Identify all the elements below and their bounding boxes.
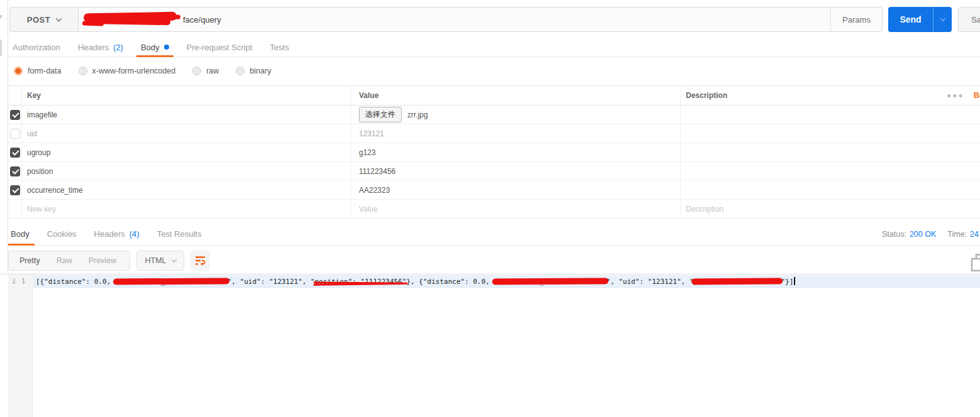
tab-label: Pre-request Script: [187, 43, 253, 52]
wrap-text-button[interactable]: [190, 251, 210, 271]
row-checkbox[interactable]: [10, 129, 20, 139]
radio-form-data[interactable]: form-data: [14, 67, 62, 75]
more-options-icon[interactable]: ●●●: [947, 91, 964, 100]
time-value: 24: [970, 230, 979, 239]
row-actions-cell: [937, 162, 980, 180]
row-checkbox[interactable]: [10, 185, 20, 195]
row-checkbox[interactable]: [10, 110, 20, 120]
new-key-field[interactable]: New key: [21, 200, 351, 218]
row-select-cell: [8, 143, 21, 161]
send-button[interactable]: Send: [888, 7, 952, 32]
value-column-header: Value: [351, 86, 680, 105]
tab-tests[interactable]: Tests: [270, 38, 289, 57]
value-field[interactable]: 111223456: [351, 162, 680, 180]
tab-body[interactable]: Body: [141, 38, 169, 57]
send-options-caret[interactable]: [933, 7, 952, 32]
value-field[interactable]: AA22323: [351, 181, 680, 199]
params-button[interactable]: Params: [830, 8, 882, 31]
row-checkbox[interactable]: [10, 148, 20, 158]
url-input[interactable]: face/query Params: [79, 7, 883, 32]
tab-authorization[interactable]: Authorization: [13, 38, 60, 57]
table-header-actions: ●●● Bulk Edit: [937, 86, 980, 105]
key-field[interactable]: uid: [21, 124, 351, 143]
radio-icon: [236, 67, 245, 75]
row-checkbox[interactable]: [10, 166, 20, 176]
tab-count-badge: (4): [129, 229, 140, 239]
body-mode-selector: form-data x-www-form-urlencoded raw bina…: [14, 63, 271, 79]
key-field[interactable]: imagefile: [21, 106, 351, 124]
radio-icon: [79, 67, 87, 75]
new-value-field[interactable]: Value: [351, 200, 680, 218]
description-field[interactable]: [680, 162, 937, 180]
copy-icon: [971, 254, 980, 273]
response-tab-headers[interactable]: Headers (4): [94, 223, 140, 245]
status-value: 200 OK: [910, 230, 936, 239]
radio-label: binary: [250, 67, 271, 75]
rest-client-app: POST face/query Params Send Save Authori…: [0, 0, 980, 417]
view-mode-preview[interactable]: Preview: [89, 256, 116, 265]
key-field[interactable]: ugroup: [21, 143, 351, 161]
select-all-column: [8, 86, 21, 105]
format-select[interactable]: HTML: [136, 251, 184, 271]
redaction-scribble: "occurrence_time": "AA22323: [115, 278, 228, 286]
description-field[interactable]: [680, 143, 937, 161]
table-header-row: Key Value Description ●●● Bulk Edit: [8, 86, 980, 106]
choose-file-button[interactable]: 选择文件: [359, 107, 402, 122]
file-name: zrr.jpg: [407, 111, 428, 119]
response-tab-test-results[interactable]: Test Results: [157, 223, 202, 245]
tab-label: Body: [141, 43, 160, 52]
redaction-scribble: "occurrence_time": "AA22323: [494, 278, 607, 286]
radio-x-www-form-urlencoded[interactable]: x-www-form-urlencoded: [79, 67, 176, 75]
response-tab-cookies[interactable]: Cookies: [47, 223, 77, 245]
description-column-header: Description: [680, 86, 937, 105]
row-actions-cell: [937, 124, 980, 143]
url-visible-text: face/query: [183, 15, 221, 24]
tab-label: Headers: [94, 229, 125, 239]
save-button[interactable]: Save: [958, 7, 980, 32]
response-text-segment: "}]: [781, 278, 793, 286]
radio-raw[interactable]: raw: [192, 67, 219, 75]
radio-binary[interactable]: binary: [236, 67, 271, 75]
tab-label: Headers: [78, 43, 109, 52]
text-cursor: [794, 277, 795, 285]
body-has-content-dot: [164, 45, 169, 50]
row-select-cell: [8, 106, 21, 124]
row-select-cell: [8, 181, 21, 199]
redaction-scribble: position": "111223456: [315, 278, 402, 286]
response-view-toolbar: Pretty Raw Preview HTML: [8, 251, 210, 271]
sidebar-edge-tick: [0, 15, 2, 18]
tab-pre-request-script[interactable]: Pre-request Script: [187, 38, 253, 57]
bulk-edit-link[interactable]: Bulk Edit: [974, 91, 980, 100]
value-field[interactable]: 选择文件zrr.jpg: [351, 106, 680, 124]
method-select[interactable]: POST: [9, 7, 79, 32]
table-row: uid123121: [8, 124, 980, 143]
chevron-down-icon: [56, 16, 62, 22]
copy-response-button[interactable]: [971, 254, 980, 275]
key-field[interactable]: position: [21, 162, 351, 180]
new-description-field[interactable]: Description: [680, 200, 937, 218]
editor-gutter: i 1: [8, 274, 33, 417]
tab-label: Body: [11, 229, 30, 239]
description-field[interactable]: [680, 124, 937, 143]
value-field[interactable]: g123: [351, 143, 680, 161]
tab-headers[interactable]: Headers (2): [78, 38, 123, 57]
value-field[interactable]: 123121: [351, 124, 680, 143]
time-badge: Time: 24: [947, 230, 979, 239]
response-tabs: Body Cookies Headers (4) Test Results St…: [8, 223, 980, 246]
collapsed-sidebar-edge: [0, 0, 8, 274]
key-field[interactable]: occurrence_time: [21, 181, 351, 199]
tab-label: Tests: [270, 43, 289, 52]
redaction-scribble: [82, 11, 182, 27]
view-mode-pretty[interactable]: Pretty: [19, 256, 40, 265]
chevron-down-icon: [171, 257, 176, 262]
description-field[interactable]: [680, 181, 937, 199]
row-actions-cell: [937, 143, 980, 161]
description-field[interactable]: [680, 106, 937, 124]
view-mode-raw[interactable]: Raw: [57, 256, 72, 265]
response-tab-body[interactable]: Body: [11, 223, 30, 245]
gutter-line-1: i 1: [8, 274, 32, 288]
radio-label: raw: [206, 67, 219, 75]
table-row: occurrence_timeAA22323: [8, 181, 980, 200]
method-label: POST: [27, 15, 50, 24]
tab-label: Test Results: [157, 229, 202, 239]
